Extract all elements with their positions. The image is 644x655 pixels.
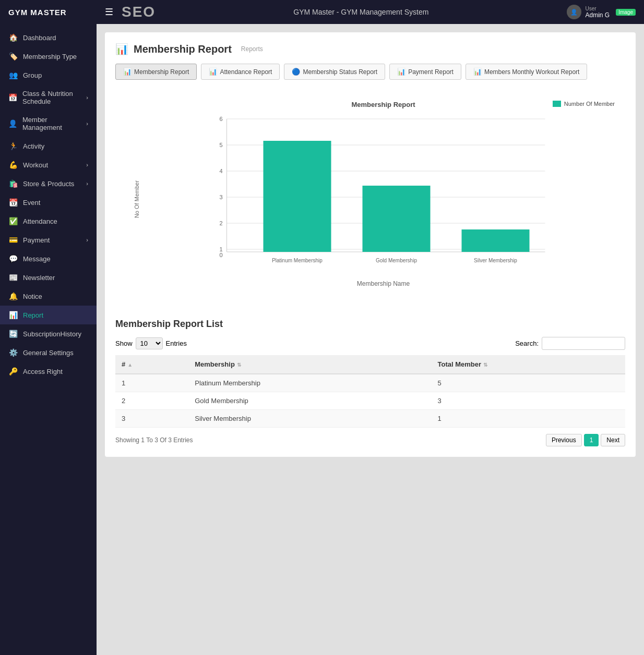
col-membership[interactable]: Membership⇅: [188, 355, 431, 374]
dashboard-icon: 🏠: [8, 33, 18, 42]
attendance-report-icon: 📊: [209, 68, 217, 76]
hamburger-icon[interactable]: ☰: [105, 6, 113, 18]
bar-chart-svg: 6 5 4 3 2 1 0: [147, 114, 620, 275]
sidebar-item-message[interactable]: 💬 Message: [0, 249, 97, 268]
table-row: 1 Platinum Membership 5: [115, 374, 625, 392]
svg-text:6: 6: [219, 116, 222, 122]
col-num[interactable]: #▲: [115, 355, 188, 374]
col-total[interactable]: Total Member⇅: [431, 355, 625, 374]
chart-svg: 6 5 4 3 2 1 0: [147, 114, 620, 277]
sidebar-item-subscription-history[interactable]: 🔄 SubscriptionHistory: [0, 324, 97, 343]
svg-text:0: 0: [219, 252, 222, 258]
layout: 🏠 Dashboard 🏷️ Membership Type 👥 Group 📅…: [0, 24, 644, 655]
app-title: GYM Master - GYM Management System: [156, 8, 566, 16]
sidebar-label-report: Report: [23, 311, 43, 319]
sidebar-item-workout[interactable]: 💪 Workout ›: [0, 155, 97, 174]
report-icon: 📊: [8, 311, 18, 319]
sidebar-item-activity[interactable]: 🏃 Activity: [0, 137, 97, 155]
page-icon: 📊: [115, 43, 128, 55]
sidebar-label-subscription-history: SubscriptionHistory: [23, 330, 81, 338]
page-1-button[interactable]: 1: [584, 434, 599, 446]
entries-label: Entries: [166, 339, 187, 347]
sidebar: 🏠 Dashboard 🏷️ Membership Type 👥 Group 📅…: [0, 24, 97, 655]
sidebar-item-notice[interactable]: 🔔 Notice: [0, 287, 97, 306]
attendance-report-label: Attendance Report: [220, 68, 272, 76]
sidebar-label-general-settings: General Settings: [23, 349, 74, 357]
user-label: User: [586, 6, 610, 11]
sidebar-item-membership-type[interactable]: 🏷️ Membership Type: [0, 47, 97, 66]
message-icon: 💬: [8, 254, 18, 263]
main-content: 📊 Membership Report Reports 📊 Membership…: [97, 24, 644, 655]
entries-select[interactable]: 10 25 50 100: [136, 337, 163, 349]
chevron-icon: ›: [86, 162, 88, 168]
search-box: Search:: [515, 337, 625, 350]
legend-label: Number Of Member: [564, 101, 615, 107]
membership-type-icon: 🏷️: [8, 52, 18, 60]
sidebar-item-store-products[interactable]: 🛍️ Store & Products ›: [0, 174, 97, 193]
image-badge[interactable]: Image: [616, 9, 636, 16]
show-entries: Show 10 25 50 100 Entries: [115, 337, 187, 349]
svg-text:2: 2: [219, 220, 222, 226]
sidebar-item-group[interactable]: 👥 Group: [0, 66, 97, 84]
sidebar-item-report[interactable]: 📊 Report: [0, 306, 97, 324]
sidebar-label-dashboard: Dashboard: [23, 34, 56, 42]
membership-report-icon: 📊: [123, 68, 132, 76]
sidebar-label-access-right: Access Right: [23, 368, 63, 375]
chevron-icon: ›: [86, 94, 88, 101]
payment-report-label: Payment Report: [408, 68, 454, 76]
subscription-history-icon: 🔄: [8, 330, 18, 338]
svg-text:5: 5: [219, 142, 222, 148]
store-products-icon: 🛍️: [8, 179, 18, 188]
sidebar-label-member-management: Member Management: [22, 116, 81, 131]
bar-silver: [462, 229, 530, 252]
sidebar-item-dashboard[interactable]: 🏠 Dashboard: [0, 28, 97, 47]
sidebar-label-attendance: Attendance: [23, 217, 57, 225]
sidebar-item-event[interactable]: 📆 Event: [0, 193, 97, 212]
chevron-icon: ›: [86, 120, 88, 127]
sidebar-item-access-right[interactable]: 🔑 Access Right: [0, 362, 97, 381]
sidebar-item-general-settings[interactable]: ⚙️ General Settings: [0, 343, 97, 362]
sidebar-label-class-nutrition: Class & Nutrition Schedule: [22, 90, 81, 105]
chart-y-label: No Of Member: [134, 180, 140, 218]
showing-text: Showing 1 To 3 Of 3 Entries: [115, 436, 193, 444]
sidebar-label-workout: Workout: [23, 161, 48, 169]
sidebar-label-group: Group: [23, 71, 42, 79]
bar-gold: [363, 186, 431, 252]
sidebar-item-class-nutrition[interactable]: 📅 Class & Nutrition Schedule ›: [0, 84, 97, 111]
sidebar-item-newsletter[interactable]: 📰 Newsletter: [0, 268, 97, 287]
sidebar-item-payment[interactable]: 💳 Payment ›: [0, 231, 97, 249]
sidebar-label-store-products: Store & Products: [23, 180, 74, 188]
next-button[interactable]: Next: [601, 434, 625, 446]
prev-button[interactable]: Previous: [546, 434, 582, 446]
report-btn-membership-report[interactable]: 📊 Membership Report: [115, 64, 197, 80]
report-btn-attendance-report[interactable]: 📊 Attendance Report: [201, 64, 280, 80]
seo-logo: SEO: [122, 4, 156, 20]
search-input[interactable]: [542, 337, 625, 350]
general-settings-icon: ⚙️: [8, 348, 18, 357]
sidebar-label-payment: Payment: [23, 236, 50, 244]
sidebar-label-newsletter: Newsletter: [23, 274, 55, 282]
sidebar-label-message: Message: [23, 255, 51, 263]
table-body: 1 Platinum Membership 52 Gold Membership…: [115, 374, 625, 428]
table-row: 2 Gold Membership 3: [115, 392, 625, 410]
svg-text:Gold Membership: Gold Membership: [376, 258, 417, 263]
cell-num: 2: [115, 392, 188, 410]
cell-total: 3: [431, 392, 625, 410]
membership-status-report-label: Membership Status Report: [303, 68, 377, 76]
members-monthly-workout-report-icon: 📊: [473, 68, 482, 76]
sidebar-label-activity: Activity: [23, 142, 44, 150]
member-management-icon: 👤: [8, 119, 17, 128]
sidebar-item-attendance[interactable]: ✅ Attendance: [0, 212, 97, 231]
table-header-row: #▲ Membership⇅ Total Member⇅: [115, 355, 625, 374]
chart-title: Membership Report: [147, 101, 620, 108]
report-btn-payment-report[interactable]: 📊 Payment Report: [389, 64, 461, 80]
report-btn-membership-status-report[interactable]: 🔵 Membership Status Report: [284, 64, 385, 80]
sidebar-label-event: Event: [23, 199, 40, 207]
svg-text:4: 4: [219, 168, 222, 174]
report-btn-members-monthly-workout-report[interactable]: 📊 Members Monthly Workout Report: [466, 64, 588, 80]
search-label: Search:: [515, 339, 539, 347]
activity-icon: 🏃: [8, 142, 18, 150]
report-buttons: 📊 Membership Report📊 Attendance Report🔵 …: [115, 64, 625, 80]
sidebar-item-member-management[interactable]: 👤 Member Management ›: [0, 111, 97, 137]
legend-color-box: [553, 101, 561, 107]
